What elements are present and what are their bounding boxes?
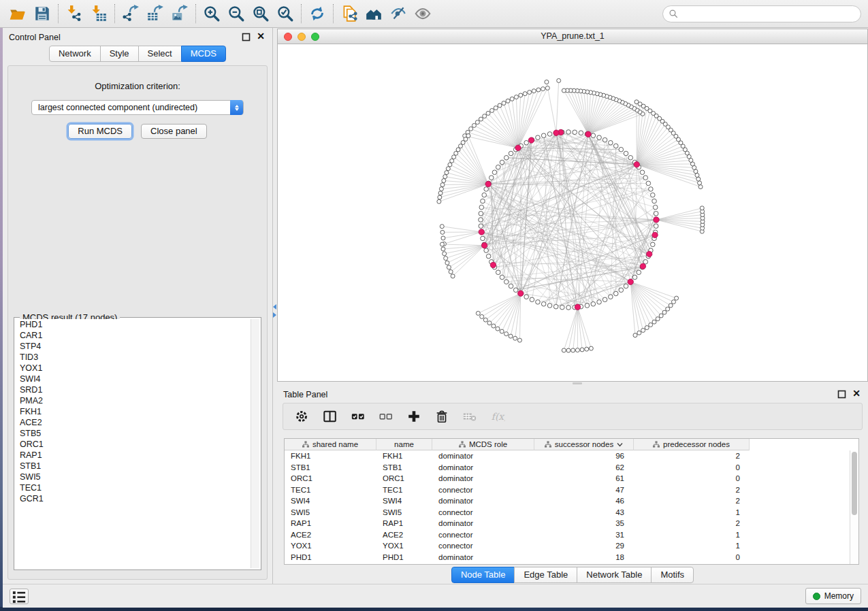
graph-node[interactable]: [547, 132, 552, 137]
graph-node[interactable]: [515, 145, 521, 150]
table-cell[interactable]: PHD1: [285, 552, 376, 563]
graph-node[interactable]: [566, 348, 570, 352]
zoom-out-button[interactable]: [224, 3, 248, 24]
graph-node[interactable]: [640, 170, 645, 175]
graph-node[interactable]: [479, 205, 484, 210]
graph-node[interactable]: [481, 243, 487, 248]
graph-node[interactable]: [480, 314, 484, 318]
graph-node[interactable]: [585, 131, 591, 137]
table-cell[interactable]: connector: [432, 484, 534, 496]
graph-node[interactable]: [496, 327, 500, 331]
table-cell[interactable]: SWI5: [376, 507, 432, 518]
table-cell[interactable]: 29: [534, 540, 634, 552]
graph-node[interactable]: [440, 225, 444, 229]
zoom-selected-button[interactable]: [273, 3, 298, 24]
graph-node[interactable]: [437, 199, 441, 203]
graph-node[interactable]: [490, 108, 494, 112]
window-minimize-icon[interactable]: [298, 33, 306, 41]
graph-node[interactable]: [524, 140, 529, 145]
table-cell[interactable]: 35: [534, 518, 634, 529]
graph-node[interactable]: [500, 160, 504, 165]
table-cell[interactable]: RAP1: [376, 518, 432, 529]
graph-node[interactable]: [597, 300, 602, 305]
graph-node[interactable]: [510, 97, 514, 101]
splitter-grip[interactable]: [573, 382, 582, 384]
graph-node[interactable]: [504, 155, 509, 160]
graph-node[interactable]: [489, 176, 494, 180]
graph-node[interactable]: [498, 103, 502, 108]
graph-node[interactable]: [532, 89, 536, 93]
graph-node[interactable]: [585, 347, 589, 351]
clone-network-button[interactable]: [337, 3, 361, 24]
table-cell[interactable]: 0: [634, 552, 750, 563]
graph-node[interactable]: [445, 261, 449, 265]
graph-node[interactable]: [509, 151, 513, 156]
graph-node[interactable]: [609, 295, 613, 299]
table-cell[interactable]: dominator: [432, 462, 534, 474]
graph-node[interactable]: [490, 262, 496, 267]
graph-node[interactable]: [597, 135, 602, 140]
show-columns-button[interactable]: [322, 408, 338, 425]
table-cell[interactable]: 96: [534, 450, 634, 462]
graph-node[interactable]: [479, 117, 483, 121]
graph-node[interactable]: [619, 288, 624, 293]
graph-node[interactable]: [632, 275, 637, 280]
graph-node[interactable]: [438, 191, 443, 195]
graph-node[interactable]: [454, 151, 458, 155]
graph-node[interactable]: [483, 114, 487, 118]
graph-node[interactable]: [514, 95, 518, 99]
mcds-result-item[interactable]: STB1: [16, 461, 250, 472]
graph-node[interactable]: [654, 217, 659, 222]
home-view-button[interactable]: [361, 3, 386, 24]
console-button[interactable]: [10, 589, 29, 604]
table-cell[interactable]: 2: [634, 484, 750, 496]
graph-node[interactable]: [536, 300, 541, 305]
graph-node[interactable]: [666, 307, 670, 311]
graph-node[interactable]: [496, 270, 500, 275]
graph-node[interactable]: [479, 218, 483, 222]
graph-node[interactable]: [671, 300, 675, 304]
graph-node[interactable]: [513, 336, 517, 340]
graph-node[interactable]: [451, 274, 455, 278]
mcds-list-scrollbar[interactable]: [251, 319, 259, 568]
open-file-button[interactable]: [5, 3, 30, 24]
graph-node[interactable]: [479, 211, 483, 216]
graph-node[interactable]: [487, 321, 492, 325]
close-panel-button[interactable]: Close panel: [141, 124, 207, 139]
graph-node[interactable]: [530, 297, 534, 302]
mcds-result-item[interactable]: RAP1: [16, 450, 250, 461]
graph-node[interactable]: [504, 332, 509, 336]
table-cell[interactable]: dominator: [432, 552, 534, 563]
graph-node[interactable]: [484, 248, 489, 253]
mcds-result-item[interactable]: STP4: [16, 341, 250, 352]
close-panel-icon[interactable]: ✕: [852, 388, 861, 399]
table-cell[interactable]: YOX1: [376, 540, 432, 552]
mcds-result-item[interactable]: GCR1: [16, 493, 250, 504]
graph-node[interactable]: [439, 187, 443, 191]
graph-node[interactable]: [591, 133, 596, 138]
column-header-MCDS-role[interactable]: MCDS role: [432, 439, 534, 450]
mcds-result-item[interactable]: PHD1: [16, 319, 250, 330]
graph-node[interactable]: [698, 181, 702, 185]
table-cell[interactable]: dominator: [432, 473, 534, 484]
table-cell[interactable]: 1: [634, 540, 750, 552]
table-cell[interactable]: 62: [534, 462, 634, 474]
graph-node[interactable]: [509, 334, 513, 338]
table-cell[interactable]: 46: [534, 495, 634, 507]
graph-node[interactable]: [585, 303, 590, 308]
float-panel-icon[interactable]: [242, 32, 251, 41]
graph-node[interactable]: [445, 171, 449, 175]
table-cell[interactable]: 61: [534, 473, 634, 484]
graph-node[interactable]: [449, 269, 453, 274]
mcds-result-item[interactable]: CAR1: [16, 330, 250, 341]
graph-node[interactable]: [613, 291, 618, 296]
graph-node[interactable]: [441, 247, 445, 251]
graph-node[interactable]: [469, 127, 473, 131]
select-all-button[interactable]: [350, 408, 366, 425]
table-row[interactable]: ACE2ACE2connector311: [285, 529, 850, 541]
table-cell[interactable]: dominator: [432, 450, 534, 462]
graph-node[interactable]: [472, 123, 476, 127]
graph-node[interactable]: [446, 167, 450, 171]
graph-node[interactable]: [442, 179, 446, 183]
graph-node[interactable]: [500, 275, 504, 280]
